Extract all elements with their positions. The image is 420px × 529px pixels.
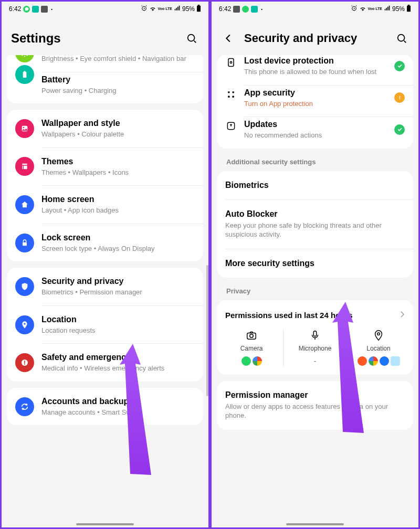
microphone-icon: [309, 330, 321, 341]
setting-title: Battery: [41, 75, 195, 85]
perm-col-microphone[interactable]: Microphone -: [284, 330, 347, 366]
setting-title: Accounts and backup: [41, 396, 195, 407]
item-auto-blocker[interactable]: Auto Blocker Keep your phone safe by blo…: [217, 200, 413, 249]
setting-themes[interactable]: Themes Themes • Wallpapers • Icons: [7, 148, 203, 186]
setting-sub: Brightness • Eye comfort shield • Naviga…: [41, 55, 195, 64]
svg-point-18: [228, 91, 230, 93]
item-title: App security: [244, 88, 387, 98]
signal-icon: [174, 5, 181, 13]
svg-point-10: [24, 323, 25, 324]
security-list[interactable]: Lost device protection This phone is all…: [212, 55, 418, 527]
wifi-icon: [359, 5, 366, 14]
updates-icon: [225, 120, 237, 132]
item-permission-manager[interactable]: Permission manager Allow or deny apps to…: [217, 381, 413, 430]
setting-sub: Location requests: [41, 326, 195, 335]
permissions-heading-row[interactable]: Permissions used in last 24 hours: [217, 300, 413, 323]
app-icon: [358, 356, 367, 366]
item-sub: Allow or deny apps to access features or…: [225, 402, 405, 420]
battery-pct: 95%: [392, 5, 405, 13]
setting-title: Lock screen: [41, 232, 195, 243]
svg-rect-6: [24, 71, 26, 72]
home-icon: [15, 195, 34, 214]
app-google-icon: [369, 356, 378, 366]
svg-rect-5: [23, 71, 27, 77]
header: Security and privacy: [212, 16, 418, 55]
page-title: Security and privacy: [244, 31, 386, 45]
item-lost-device-protection[interactable]: Lost device protection This phone is all…: [217, 55, 413, 85]
setting-lock-screen[interactable]: Lock screen Screen lock type • Always On…: [7, 224, 203, 262]
svg-point-15: [398, 35, 405, 41]
gesture-bar[interactable]: [76, 523, 134, 525]
security-card: Security and privacy Biometrics • Permis…: [7, 268, 203, 382]
svg-point-25: [250, 334, 253, 337]
perm-col-camera[interactable]: Camera: [220, 330, 284, 366]
phone-security-privacy: 6:42 • Voo LTE 95% Security and privacy: [210, 0, 420, 529]
perm-col-location[interactable]: Location: [347, 330, 410, 366]
item-title: Auto Blocker: [225, 209, 405, 219]
setting-sub: Screen lock type • Always On Display: [41, 244, 195, 253]
svg-rect-26: [313, 331, 317, 336]
status-icon-2: [251, 6, 258, 13]
header: Settings: [2, 16, 208, 55]
setting-sub: Layout • App icon badges: [41, 206, 195, 215]
alarm-icon: [141, 5, 148, 13]
whatsapp-icon: [23, 6, 30, 13]
app-icon: [391, 356, 400, 366]
emergency-icon: [15, 353, 34, 372]
themes-icon: [15, 157, 34, 176]
alarm-icon: [351, 5, 358, 13]
svg-point-21: [232, 96, 234, 98]
volte-icon: Voo LTE: [368, 7, 382, 10]
location-pin-icon: [373, 330, 384, 341]
page-title: Settings: [11, 31, 176, 46]
gesture-bar[interactable]: [286, 523, 344, 525]
settings-list[interactable]: Brightness • Eye comfort shield • Naviga…: [2, 55, 208, 527]
setting-display[interactable]: Brightness • Eye comfort shield • Naviga…: [7, 55, 203, 72]
search-button[interactable]: [394, 31, 409, 46]
setting-security-privacy[interactable]: Security and privacy Biometrics • Permis…: [7, 268, 203, 305]
location-icon: [15, 315, 34, 334]
status-icon: [32, 6, 39, 13]
more-icon: •: [51, 7, 52, 12]
setting-title: Wallpaper and style: [41, 118, 195, 129]
chevron-right-icon: [397, 310, 407, 321]
scrollbar-thumb[interactable]: [206, 265, 208, 396]
back-button[interactable]: [221, 31, 236, 46]
setting-home-screen[interactable]: Home screen Layout • App icon badges: [7, 186, 203, 224]
perm-label: Camera: [240, 345, 263, 352]
setting-wallpaper[interactable]: Wallpaper and style Wallpapers • Colour …: [7, 110, 203, 147]
setting-safety-emergency[interactable]: Safety and emergency Medical info • Wire…: [7, 344, 203, 382]
wallpaper-icon: [15, 119, 34, 138]
search-button[interactable]: [184, 31, 199, 46]
perm-label: Microphone: [299, 345, 332, 352]
item-more-security-settings[interactable]: More security settings: [217, 249, 413, 278]
svg-point-20: [228, 96, 230, 98]
setting-accounts-backup[interactable]: Accounts and backup Manage accounts • Sm…: [7, 388, 203, 426]
battery-icon: [406, 5, 411, 14]
svg-point-3: [188, 35, 195, 41]
setting-sub: Power saving • Charging: [41, 86, 195, 96]
section-additional: Additional security settings: [217, 155, 413, 171]
setting-title: Location: [41, 314, 195, 325]
status-ok-icon: [394, 61, 405, 71]
additional-card: Biometrics Auto Blocker Keep your phone …: [217, 171, 413, 278]
setting-title: Security and privacy: [41, 276, 195, 287]
lock-icon: [15, 234, 34, 252]
setting-battery[interactable]: Battery Power saving • Charging: [7, 72, 203, 104]
setting-sub: Medical info • Wireless emergency alerts: [41, 364, 195, 373]
sync-icon: [15, 397, 34, 416]
status-icon: [233, 6, 240, 13]
setting-sub: Biometrics • Permission manager: [41, 288, 195, 297]
camera-icon: [246, 330, 257, 341]
permissions-columns: Camera Microphone - Location: [217, 323, 413, 375]
setting-title: Home screen: [41, 194, 195, 205]
item-app-security[interactable]: App security Turn on App protection: [217, 86, 413, 117]
svg-point-27: [377, 333, 380, 335]
statusbar: 6:42 • Voo LTE 95%: [212, 2, 418, 16]
svg-point-19: [232, 91, 234, 93]
display-card: Brightness • Eye comfort shield • Naviga…: [7, 55, 203, 103]
item-biometrics[interactable]: Biometrics: [217, 171, 413, 199]
item-updates[interactable]: Updates No recommended actions: [217, 117, 413, 149]
svg-point-17: [230, 61, 232, 63]
setting-location[interactable]: Location Location requests: [7, 306, 203, 344]
